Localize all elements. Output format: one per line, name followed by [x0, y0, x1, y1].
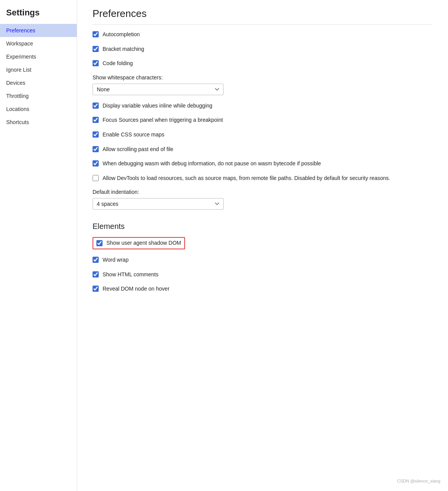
sidebar-item-ignore-list[interactable]: Ignore List [0, 63, 77, 76]
elements-title: Elements [93, 222, 433, 231]
sidebar-item-locations[interactable]: Locations [0, 103, 77, 116]
checkbox-item-allow-scrolling: Allow scrolling past end of file [93, 146, 433, 153]
checkbox-label-autocompletion: Autocompletion [103, 31, 140, 39]
sidebar-title: Settings [0, 3, 77, 24]
indentation-label: Default indentation: [93, 189, 433, 195]
checkbox-label-wasm-debug: When debugging wasm with debug informati… [103, 160, 321, 168]
checkbox-item-bracket-matching: Bracket matching [93, 45, 433, 53]
checkbox-label-code-folding: Code folding [103, 60, 133, 67]
checkbox-allow-devtools[interactable] [93, 175, 99, 181]
elements-section: Elements Show user agent shadow DOMWord … [93, 222, 433, 293]
checkbox-item-word-wrap: Word wrap [93, 256, 433, 264]
checkbox-item-enable-css: Enable CSS source maps [93, 131, 433, 139]
sidebar: Settings PreferencesWorkspaceExperiments… [0, 0, 77, 491]
checkbox-focus-sources[interactable] [93, 117, 99, 123]
checkbox-autocompletion[interactable] [93, 31, 99, 37]
checkbox-reveal-dom-node[interactable] [93, 286, 99, 292]
checkbox-item-allow-devtools: Allow DevTools to load resources, such a… [93, 175, 433, 182]
sidebar-items: PreferencesWorkspaceExperimentsIgnore Li… [0, 24, 77, 129]
sidebar-item-shortcuts[interactable]: Shortcuts [0, 116, 77, 129]
sidebar-item-preferences[interactable]: Preferences [0, 24, 77, 37]
checkbox-label-focus-sources: Focus Sources panel when triggering a br… [103, 116, 223, 124]
checkboxes-group1: AutocompletionBracket matchingCode foldi… [93, 31, 433, 67]
checkbox-label-bracket-matching: Bracket matching [103, 45, 144, 53]
checkbox-label-shadow-dom: Show user agent shadow DOM [106, 239, 181, 247]
checkbox-item-display-variable: Display variable values inline while deb… [93, 102, 433, 110]
checkbox-display-variable[interactable] [93, 103, 99, 109]
main-content: Preferences AutocompletionBracket matchi… [77, 0, 448, 491]
sidebar-item-experiments[interactable]: Experiments [0, 50, 77, 63]
checkbox-item-reveal-dom-node: Reveal DOM node on hover [93, 285, 433, 293]
checkbox-item-code-folding: Code folding [93, 60, 433, 67]
elements-checkboxes: Show user agent shadow DOMWord wrapShow … [93, 237, 433, 293]
checkbox-word-wrap[interactable] [93, 257, 99, 263]
checkbox-item-autocompletion: Autocompletion [93, 31, 433, 39]
checkbox-label-show-html-comments: Show HTML comments [103, 271, 158, 279]
sidebar-item-devices[interactable]: Devices [0, 76, 77, 89]
whitespace-select[interactable]: NoneAllTrailing [93, 84, 224, 95]
checkbox-bracket-matching[interactable] [93, 46, 99, 52]
checkbox-label-allow-scrolling: Allow scrolling past end of file [103, 146, 173, 153]
checkbox-item-wasm-debug: When debugging wasm with debug informati… [93, 160, 433, 168]
checkbox-label-word-wrap: Word wrap [103, 256, 128, 264]
checkbox-label-allow-devtools: Allow DevTools to load resources, such a… [103, 175, 390, 182]
checkbox-label-display-variable: Display variable values inline while deb… [103, 102, 212, 110]
checkbox-code-folding[interactable] [93, 60, 99, 66]
checkbox-item-focus-sources: Focus Sources panel when triggering a br… [93, 116, 433, 124]
sidebar-item-workspace[interactable]: Workspace [0, 37, 77, 50]
checkbox-shadow-dom[interactable] [96, 240, 103, 246]
indentation-section: Default indentation: 2 spaces4 spaces8 s… [93, 189, 433, 210]
checkbox-label-enable-css: Enable CSS source maps [103, 131, 164, 139]
page-title: Preferences [93, 8, 433, 25]
indentation-select[interactable]: 2 spaces4 spaces8 spacesTab character [93, 198, 224, 210]
sidebar-item-throttling[interactable]: Throttling [0, 89, 77, 103]
whitespace-section: Show whitespace characters: NoneAllTrail… [93, 74, 433, 95]
checkbox-allow-scrolling[interactable] [93, 146, 99, 152]
checkbox-enable-css[interactable] [93, 131, 99, 138]
checkbox-wasm-debug[interactable] [93, 160, 99, 166]
checkbox-show-html-comments[interactable] [93, 271, 99, 277]
watermark: CSDN @silence_xiang [397, 479, 440, 483]
checkbox-label-reveal-dom-node: Reveal DOM node on hover [103, 285, 170, 293]
checkbox-item-show-html-comments: Show HTML comments [93, 271, 433, 279]
highlighted-checkbox-shadow-dom: Show user agent shadow DOM [93, 237, 185, 249]
checkboxes-group2: Display variable values inline while deb… [93, 102, 433, 182]
whitespace-label: Show whitespace characters: [93, 74, 433, 81]
